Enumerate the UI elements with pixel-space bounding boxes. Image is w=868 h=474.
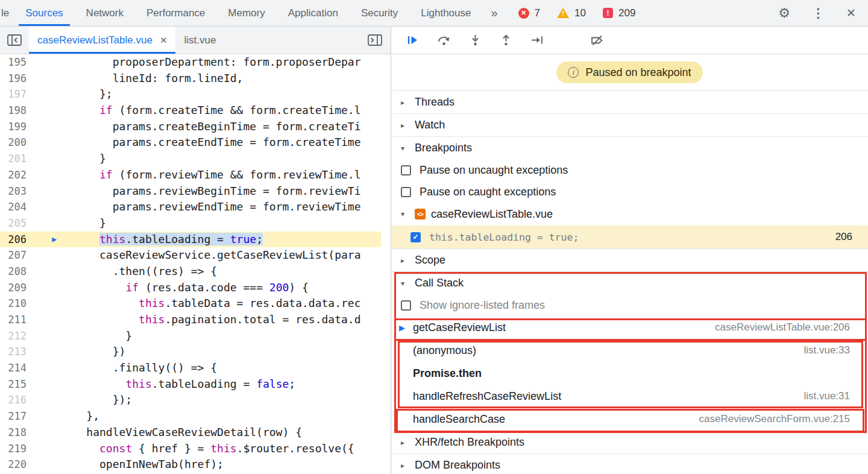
step-out-icon[interactable] bbox=[500, 34, 512, 46]
line-number[interactable]: 205 bbox=[0, 215, 58, 232]
step-into-icon[interactable] bbox=[470, 34, 481, 46]
code-line-206[interactable]: 206▶ this.tableLoading = true; bbox=[0, 232, 381, 248]
line-number[interactable]: 211 bbox=[0, 312, 58, 328]
code-line-220[interactable]: 220 openInNewTab(href); bbox=[0, 457, 381, 473]
line-number[interactable]: 196 bbox=[0, 71, 58, 87]
section-call-stack[interactable]: ▾ Call Stack bbox=[391, 271, 868, 294]
code-line-209[interactable]: 209 if (res.data.code === 200) { bbox=[0, 280, 381, 296]
code-line-219[interactable]: 219 const { href } = this.$router.resolv… bbox=[0, 441, 381, 457]
file-tab-list[interactable]: list.vue bbox=[175, 27, 224, 54]
line-number[interactable]: 207 bbox=[0, 247, 58, 264]
pause-uncaught-row[interactable]: Pause on uncaught exceptions bbox=[391, 159, 868, 181]
line-number[interactable]: 199 bbox=[0, 119, 58, 135]
line-number[interactable]: 217 bbox=[0, 408, 58, 425]
tab-close-icon[interactable]: ✕ bbox=[160, 35, 168, 46]
tab-network[interactable]: Network bbox=[75, 0, 135, 26]
line-number[interactable]: 204 bbox=[0, 199, 58, 215]
resume-script-icon[interactable] bbox=[407, 35, 418, 45]
debugger-sidebar-toggle-icon[interactable] bbox=[359, 27, 391, 54]
code-line-211[interactable]: 211 this.pagination.total = res.data.d bbox=[0, 312, 381, 328]
code-line-202[interactable]: 202 if (form.reviewTime && form.reviewTi… bbox=[0, 167, 381, 183]
code-line-218[interactable]: 218 handleViewCaseReviewDetail(row) { bbox=[0, 425, 381, 441]
settings-gear-icon[interactable]: ⚙ bbox=[778, 5, 790, 21]
checkbox-unchecked[interactable] bbox=[401, 187, 411, 197]
line-number[interactable]: 220 bbox=[0, 457, 58, 473]
pause-caught-row[interactable]: Pause on caught exceptions bbox=[391, 181, 868, 203]
close-icon[interactable]: ✕ bbox=[846, 6, 856, 20]
line-number[interactable]: 203 bbox=[0, 183, 58, 200]
section-watch[interactable]: ▸ Watch bbox=[391, 113, 868, 136]
show-ignore-listed-row[interactable]: Show ignore-listed frames bbox=[391, 294, 868, 316]
line-number[interactable]: 216 bbox=[0, 392, 58, 408]
tab-lighthouse[interactable]: Lighthouse bbox=[409, 0, 482, 26]
line-number[interactable]: 218 bbox=[0, 425, 58, 441]
code-line-199[interactable]: 199 params.createBeginTime = form.create… bbox=[0, 119, 381, 135]
tab-memory[interactable]: Memory bbox=[216, 0, 276, 26]
section-breakpoints[interactable]: ▾ Breakpoints bbox=[391, 136, 868, 159]
code-line-197[interactable]: 197 }; bbox=[0, 86, 381, 103]
call-stack-frame[interactable]: handleRefreshCaseReviewListlist.vue:31 bbox=[391, 385, 868, 408]
tab-sources[interactable]: Sources bbox=[14, 0, 74, 26]
breakpoint-file-group[interactable]: ▾ <> caseReviewListTable.vue bbox=[391, 203, 868, 226]
line-number[interactable]: 219 bbox=[0, 441, 58, 457]
warnings-badge[interactable]: ! 10 bbox=[557, 7, 586, 19]
line-number[interactable]: 195 bbox=[0, 54, 58, 71]
line-number[interactable]: 198 bbox=[0, 103, 58, 119]
tab-partial[interactable]: le bbox=[0, 0, 14, 26]
code-line-200[interactable]: 200 params.createEndTime = form.createTi… bbox=[0, 134, 381, 151]
checkbox-unchecked[interactable] bbox=[401, 165, 411, 175]
code-line-201[interactable]: 201 } bbox=[0, 151, 381, 167]
section-dom-breakpoints[interactable]: ▸ DOM Breakpoints bbox=[391, 453, 868, 474]
line-number[interactable]: 213 bbox=[0, 344, 58, 360]
code-line-213[interactable]: 213 }) bbox=[0, 344, 381, 360]
line-number[interactable]: 202 bbox=[0, 167, 58, 183]
section-xhr-breakpoints[interactable]: ▸ XHR/fetch Breakpoints bbox=[391, 431, 868, 453]
step-over-icon[interactable] bbox=[438, 34, 450, 46]
code-line-205[interactable]: 205 } bbox=[0, 215, 381, 232]
navigator-panel-toggle-icon[interactable] bbox=[0, 27, 29, 54]
issues-badge[interactable]: ! 209 bbox=[603, 7, 635, 19]
tab-application[interactable]: Application bbox=[277, 0, 350, 26]
code-line-203[interactable]: 203 params.reviewBeginTime = form.review… bbox=[0, 183, 381, 200]
checkbox-unchecked[interactable] bbox=[401, 300, 411, 311]
line-number[interactable]: 206▶ bbox=[0, 232, 58, 248]
more-tabs-icon[interactable]: » bbox=[491, 0, 497, 26]
call-stack-frame[interactable]: (anonymous)list.vue:33 bbox=[391, 339, 868, 362]
line-number[interactable]: 210 bbox=[0, 295, 58, 312]
code-line-207[interactable]: 207 caseReviewService.getCaseReviewList(… bbox=[0, 247, 381, 264]
code-line-198[interactable]: 198 if (form.createTime && form.createTi… bbox=[0, 103, 381, 119]
code-line-217[interactable]: 217 }, bbox=[0, 408, 381, 425]
line-number[interactable]: 215 bbox=[0, 376, 58, 393]
line-number[interactable]: 209 bbox=[0, 280, 58, 296]
line-number[interactable]: 200 bbox=[0, 134, 58, 151]
step-icon[interactable] bbox=[531, 35, 544, 45]
tab-performance[interactable]: Performance bbox=[135, 0, 216, 26]
line-number[interactable]: 197 bbox=[0, 86, 58, 103]
line-number[interactable]: 201 bbox=[0, 151, 58, 167]
line-number[interactable]: 208 bbox=[0, 264, 58, 280]
code-editor[interactable]: 195 proposerDepartment: form.proposerDep… bbox=[0, 54, 391, 474]
call-stack-frame[interactable]: Promise.then bbox=[391, 362, 868, 385]
call-stack-frame[interactable]: handleSearchCasecaseReviewSearchForm.vue… bbox=[391, 408, 868, 431]
code-line-195[interactable]: 195 proposerDepartment: form.proposerDep… bbox=[0, 54, 381, 71]
errors-badge[interactable]: ✕ 7 bbox=[518, 7, 540, 19]
section-threads[interactable]: ▸ Threads bbox=[391, 90, 868, 113]
line-number[interactable]: 214 bbox=[0, 360, 58, 376]
tab-security[interactable]: Security bbox=[350, 0, 409, 26]
code-line-210[interactable]: 210 this.tableData = res.data.data.rec bbox=[0, 295, 381, 312]
code-line-216[interactable]: 216 }); bbox=[0, 392, 381, 408]
line-number[interactable]: 212 bbox=[0, 328, 58, 344]
breakpoint-entry[interactable]: ✓ this.tableLoading = true; 206 bbox=[391, 226, 868, 248]
deactivate-breakpoints-icon[interactable] bbox=[591, 35, 604, 46]
checkbox-checked[interactable]: ✓ bbox=[410, 232, 421, 242]
section-scope[interactable]: ▸ Scope bbox=[391, 248, 868, 271]
code-line-208[interactable]: 208 .then((res) => { bbox=[0, 264, 381, 280]
code-line-204[interactable]: 204 params.reviewEndTime = form.reviewTi… bbox=[0, 199, 381, 215]
call-stack-frame[interactable]: ▶getCaseReviewListcaseReviewListTable.vu… bbox=[391, 316, 868, 339]
code-line-214[interactable]: 214 .finally(() => { bbox=[0, 360, 381, 376]
file-tab-caseReviewListTable[interactable]: caseReviewListTable.vue ✕ bbox=[29, 27, 175, 54]
code-line-212[interactable]: 212 } bbox=[0, 328, 381, 344]
code-line-196[interactable]: 196 lineId: form.lineId, bbox=[0, 71, 381, 87]
kebab-menu-icon[interactable]: ⋮ bbox=[812, 6, 825, 21]
code-line-215[interactable]: 215 this.tableLoading = false; bbox=[0, 376, 381, 393]
